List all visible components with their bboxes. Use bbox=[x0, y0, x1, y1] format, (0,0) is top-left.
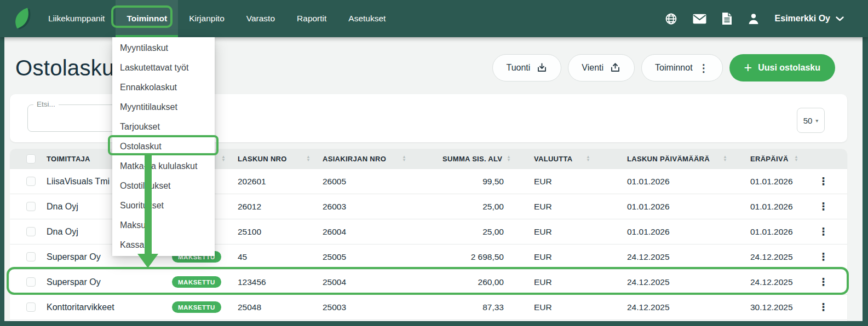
select-all-cell bbox=[10, 149, 41, 168]
row-checkbox[interactable] bbox=[26, 302, 36, 312]
column-header-asiakirjan-nro[interactable]: ASIAKIRJAN NRO▲▼ bbox=[323, 149, 418, 168]
nav-item-kirjanpito[interactable]: Kirjanpito bbox=[178, 0, 235, 37]
column-header-laskun-päivämäärä[interactable]: LASKUN PÄIVÄMÄÄRÄ▲▼ bbox=[602, 149, 739, 168]
cell-erapaiva: 01.01.2026 bbox=[739, 169, 810, 194]
row-menu-kebab-icon[interactable]: ⋮ bbox=[818, 252, 829, 262]
dropdown-item-kassa[interactable]: Kassa bbox=[112, 235, 215, 255]
sort-icon[interactable]: ▲▼ bbox=[723, 155, 727, 162]
app-window: LiikekumppanitToiminnotKirjanpitoVarasto… bbox=[0, 0, 868, 326]
column-header-label: LASKUN NRO bbox=[238, 155, 287, 163]
column-header-eräpäivä[interactable]: ERÄPÄIVÄ▲▼ bbox=[739, 149, 810, 168]
nav-item-raportit[interactable]: Raportit bbox=[286, 0, 337, 37]
row-actions-cell: ⋮ bbox=[810, 245, 847, 269]
user-icon[interactable] bbox=[748, 13, 760, 25]
row-checkbox-cell bbox=[10, 219, 41, 244]
toiminnot-dropdown: MyyntilaskutLaskutettavat työtEnnakkolas… bbox=[112, 37, 215, 256]
globe-icon[interactable] bbox=[665, 13, 677, 25]
row-checkbox-cell bbox=[10, 194, 41, 219]
dropdown-item-ennakkolaskut[interactable]: Ennakkolaskut bbox=[112, 78, 215, 97]
row-checkbox[interactable] bbox=[26, 227, 36, 236]
row-actions-cell: ⋮ bbox=[810, 169, 847, 194]
cell-asiakirjan-nro: 26004 bbox=[323, 219, 418, 244]
nav-item-liikekumppanit[interactable]: Liikekumppanit bbox=[37, 0, 116, 37]
new-purchase-invoice-button[interactable]: + Uusi ostolasku bbox=[729, 54, 835, 82]
cell-valuutta: EUR bbox=[512, 219, 602, 244]
nav-item-toiminnot[interactable]: Toiminnot bbox=[116, 0, 178, 37]
dropdown-item-myyntitilaukset[interactable]: Myyntitilaukset bbox=[112, 97, 215, 117]
sort-icon[interactable]: ▲▼ bbox=[507, 155, 511, 162]
row-actions-cell: ⋮ bbox=[810, 219, 847, 244]
row-checkbox-cell bbox=[10, 295, 41, 319]
cell-laskun-nro: 25100 bbox=[238, 219, 323, 244]
table-row[interactable]: KonttoritarvikkeetMAKSETTU250482500387,3… bbox=[10, 294, 847, 320]
cell-toimittaja: Superspar Oy bbox=[41, 270, 172, 294]
cell-laskun-paivamaara: 24.12.2025 bbox=[602, 245, 739, 269]
row-checkbox-cell bbox=[10, 245, 41, 269]
sort-icon[interactable]: ▲▼ bbox=[306, 155, 311, 162]
nav-item-varasto[interactable]: Varasto bbox=[235, 0, 286, 37]
dropdown-item-ostotilaukset[interactable]: Ostotilaukset bbox=[112, 176, 215, 196]
select-all-checkbox[interactable] bbox=[26, 154, 36, 164]
sort-icon[interactable]: ▲▼ bbox=[586, 155, 590, 162]
sort-icon[interactable]: ▲▼ bbox=[221, 155, 226, 162]
cell-laskun-nro: 26012 bbox=[238, 194, 323, 219]
cell-laskun-nro: 25048 bbox=[238, 295, 323, 319]
table-row[interactable]: Superspar OyMAKSETTU12345625004260,00EUR… bbox=[10, 269, 847, 294]
chevron-down-icon bbox=[836, 16, 844, 21]
dropdown-item-matka-ja-kululaskut[interactable]: Matka- ja kululaskut bbox=[112, 156, 215, 176]
row-checkbox[interactable] bbox=[26, 177, 36, 186]
cell-erapaiva: 01.01.2026 bbox=[739, 219, 810, 244]
cell-tila: MAKSETTU bbox=[172, 295, 238, 319]
cell-erapaiva: 24.12.2025 bbox=[739, 270, 810, 294]
mail-icon[interactable] bbox=[693, 14, 706, 24]
cell-laskun-nro: 45 bbox=[238, 245, 323, 269]
row-menu-kebab-icon[interactable]: ⋮ bbox=[818, 201, 829, 212]
cell-summa: 2 698,50 bbox=[418, 245, 512, 269]
dropdown-item-laskutettavat-työt[interactable]: Laskutettavat työt bbox=[112, 58, 215, 78]
column-header-laskun-nro[interactable]: LASKUN NRO▲▼ bbox=[238, 149, 323, 168]
cell-erapaiva: 30.12.2025 bbox=[739, 295, 810, 319]
kebab-icon: ⋮ bbox=[699, 63, 709, 73]
column-header-label: LASKUN PÄIVÄMÄÄRÄ bbox=[627, 155, 710, 163]
page-size-value: 50 bbox=[803, 116, 813, 125]
download-icon bbox=[536, 62, 548, 74]
dropdown-item-tarjoukset[interactable]: Tarjoukset bbox=[112, 117, 215, 137]
company-selector[interactable]: Esimerkki Oy bbox=[775, 14, 844, 24]
actions-button[interactable]: Toiminnot ⋮ bbox=[641, 54, 722, 82]
cell-valuutta: EUR bbox=[512, 194, 602, 219]
cell-laskun-paivamaara: 01.01.2026 bbox=[602, 219, 739, 244]
status-badge: MAKSETTU bbox=[172, 276, 221, 288]
column-header-summa-sis-alv[interactable]: SUMMA SIS. ALV▲▼ bbox=[418, 149, 512, 168]
cell-valuutta: EUR bbox=[512, 295, 602, 319]
dropdown-item-ostolaskut[interactable]: Ostolaskut bbox=[112, 137, 215, 156]
cell-laskun-nro: 202601 bbox=[238, 169, 323, 194]
column-header-label: VALUUTTA bbox=[534, 155, 573, 163]
company-name: Esimerkki Oy bbox=[775, 14, 830, 24]
cell-summa: 99,50 bbox=[418, 169, 512, 194]
row-menu-kebab-icon[interactable]: ⋮ bbox=[818, 302, 829, 312]
sort-icon[interactable]: ▲▼ bbox=[402, 155, 406, 162]
cell-laskun-paivamaara: 01.01.2026 bbox=[602, 194, 739, 219]
dropdown-item-suoritukset[interactable]: Suoritukset bbox=[112, 196, 215, 216]
dropdown-item-myyntilaskut[interactable]: Myyntilaskut bbox=[112, 38, 215, 58]
dropdown-item-maksut[interactable]: Maksut bbox=[112, 216, 215, 235]
export-button[interactable]: Vienti bbox=[568, 54, 635, 82]
column-header-valuutta[interactable]: VALUUTTA▲▼ bbox=[512, 149, 602, 168]
cell-erapaiva: 01.01.2026 bbox=[739, 194, 810, 219]
row-checkbox[interactable] bbox=[26, 252, 36, 261]
nav-item-asetukset[interactable]: Asetukset bbox=[337, 0, 396, 37]
document-icon[interactable] bbox=[722, 12, 732, 25]
row-checkbox[interactable] bbox=[26, 277, 36, 287]
leaf-logo-icon[interactable] bbox=[13, 6, 33, 31]
row-menu-kebab-icon[interactable]: ⋮ bbox=[818, 277, 829, 287]
row-menu-kebab-icon[interactable]: ⋮ bbox=[818, 176, 829, 187]
page-size-select[interactable]: 50 ▾ bbox=[797, 108, 825, 133]
upload-icon bbox=[610, 62, 621, 74]
column-header-label: ERÄPÄIVÄ bbox=[750, 155, 789, 163]
sort-icon[interactable]: ▲▼ bbox=[794, 155, 798, 162]
cell-valuutta: EUR bbox=[512, 245, 602, 269]
search-label: Etsi... bbox=[33, 100, 59, 109]
row-menu-kebab-icon[interactable]: ⋮ bbox=[818, 226, 829, 237]
row-checkbox[interactable] bbox=[26, 202, 36, 211]
import-button[interactable]: Tuonti bbox=[492, 54, 561, 82]
